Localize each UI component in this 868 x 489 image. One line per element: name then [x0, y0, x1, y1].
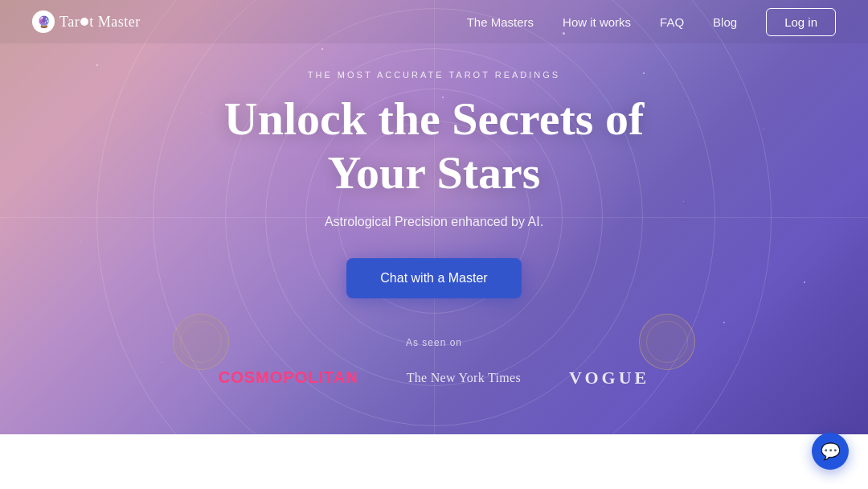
- chat-cta-button[interactable]: Chat with a Master: [346, 258, 521, 298]
- login-button[interactable]: Log in: [766, 8, 836, 36]
- chat-float-icon: 💬: [821, 442, 841, 461]
- nav-faq[interactable]: FAQ: [660, 15, 684, 29]
- cosmopolitan-logo: COSMOPOLITAN: [219, 368, 358, 387]
- press-logos: COSMOPOLITAN The New York Times VOGUE: [219, 368, 649, 388]
- bottom-section: [0, 434, 868, 489]
- nav-how-it-works[interactable]: How it works: [563, 15, 631, 29]
- hero-description: Astrological Precision enhanced by AI.: [325, 215, 543, 229]
- hero-subtitle: THE MOST ACCURATE TAROT READINGS: [308, 70, 560, 80]
- floating-chat-button[interactable]: 💬: [812, 433, 849, 470]
- nav-links: The Masters How it works FAQ Blog Log in: [467, 8, 836, 36]
- logo-text: Tart Master: [59, 14, 141, 31]
- logo[interactable]: 🔮 Tart Master: [32, 10, 141, 33]
- nyt-logo: The New York Times: [407, 371, 521, 385]
- hero-section: THE MOST ACCURATE TAROT READINGS Unlock …: [0, 0, 868, 434]
- vogue-logo: VOGUE: [569, 368, 649, 388]
- as-seen-on-label: As seen on: [406, 337, 462, 348]
- hero-title: Unlock the Secrets of Your Stars: [224, 92, 644, 199]
- logo-icon: 🔮: [32, 10, 55, 33]
- nav-the-masters[interactable]: The Masters: [467, 15, 534, 29]
- navbar: 🔮 Tart Master The Masters How it works F…: [0, 0, 868, 43]
- hero-content: THE MOST ACCURATE TAROT READINGS Unlock …: [0, 0, 868, 434]
- nav-blog[interactable]: Blog: [713, 15, 737, 29]
